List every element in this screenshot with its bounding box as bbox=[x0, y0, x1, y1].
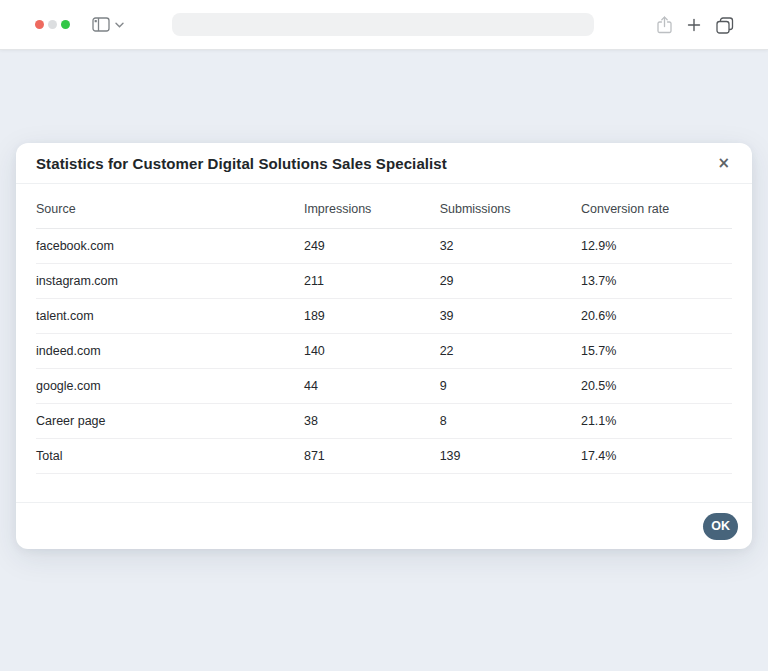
table-row: google.com 44 9 20.5% bbox=[36, 369, 732, 404]
cell-submissions: 22 bbox=[440, 334, 581, 369]
cell-submissions: 39 bbox=[440, 299, 581, 334]
cell-conversion-rate: 17.4% bbox=[581, 439, 732, 474]
cell-conversion-rate: 21.1% bbox=[581, 404, 732, 439]
cell-impressions: 249 bbox=[304, 229, 440, 264]
cell-source: google.com bbox=[36, 369, 304, 404]
tabs-overview-icon[interactable] bbox=[716, 17, 734, 34]
modal-title: Statistics for Customer Digital Solution… bbox=[36, 155, 447, 172]
cell-conversion-rate: 15.7% bbox=[581, 334, 732, 369]
column-header-conversion-rate: Conversion rate bbox=[581, 184, 732, 229]
cell-impressions: 189 bbox=[304, 299, 440, 334]
close-icon[interactable]: × bbox=[715, 154, 732, 173]
browser-toolbar bbox=[0, 0, 768, 50]
statistics-table: Source Impressions Submissions Conversio… bbox=[36, 184, 732, 474]
cell-submissions: 32 bbox=[440, 229, 581, 264]
table-header-row: Source Impressions Submissions Conversio… bbox=[36, 184, 732, 229]
window-zoom-button[interactable] bbox=[61, 20, 70, 29]
modal-footer: OK bbox=[16, 502, 752, 549]
table-row: talent.com 189 39 20.6% bbox=[36, 299, 732, 334]
ok-button[interactable]: OK bbox=[703, 513, 738, 540]
cell-source: Career page bbox=[36, 404, 304, 439]
table-row: instagram.com 211 29 13.7% bbox=[36, 264, 732, 299]
sidebar-toggle-icon[interactable] bbox=[92, 17, 110, 32]
cell-source: facebook.com bbox=[36, 229, 304, 264]
window-close-button[interactable] bbox=[35, 20, 44, 29]
address-bar[interactable] bbox=[172, 13, 594, 36]
table-row: Total 871 139 17.4% bbox=[36, 439, 732, 474]
cell-submissions: 8 bbox=[440, 404, 581, 439]
modal-header: Statistics for Customer Digital Solution… bbox=[16, 143, 752, 184]
cell-impressions: 140 bbox=[304, 334, 440, 369]
cell-conversion-rate: 12.9% bbox=[581, 229, 732, 264]
column-header-source: Source bbox=[36, 184, 304, 229]
cell-submissions: 9 bbox=[440, 369, 581, 404]
statistics-modal: Statistics for Customer Digital Solution… bbox=[16, 143, 752, 549]
cell-conversion-rate: 13.7% bbox=[581, 264, 732, 299]
window-minimize-button[interactable] bbox=[48, 20, 57, 29]
cell-source: Total bbox=[36, 439, 304, 474]
new-tab-plus-icon[interactable] bbox=[687, 18, 701, 32]
table-row: indeed.com 140 22 15.7% bbox=[36, 334, 732, 369]
cell-source: indeed.com bbox=[36, 334, 304, 369]
cell-source: instagram.com bbox=[36, 264, 304, 299]
chevron-down-icon[interactable] bbox=[115, 22, 124, 28]
column-header-impressions: Impressions bbox=[304, 184, 440, 229]
cell-conversion-rate: 20.6% bbox=[581, 299, 732, 334]
cell-impressions: 38 bbox=[304, 404, 440, 439]
table-row: facebook.com 249 32 12.9% bbox=[36, 229, 732, 264]
cell-conversion-rate: 20.5% bbox=[581, 369, 732, 404]
cell-impressions: 211 bbox=[304, 264, 440, 299]
cell-impressions: 871 bbox=[304, 439, 440, 474]
cell-submissions: 29 bbox=[440, 264, 581, 299]
cell-impressions: 44 bbox=[304, 369, 440, 404]
share-icon[interactable] bbox=[657, 16, 672, 34]
cell-source: talent.com bbox=[36, 299, 304, 334]
table-row: Career page 38 8 21.1% bbox=[36, 404, 732, 439]
cell-submissions: 139 bbox=[440, 439, 581, 474]
column-header-submissions: Submissions bbox=[440, 184, 581, 229]
window-controls bbox=[35, 20, 70, 29]
